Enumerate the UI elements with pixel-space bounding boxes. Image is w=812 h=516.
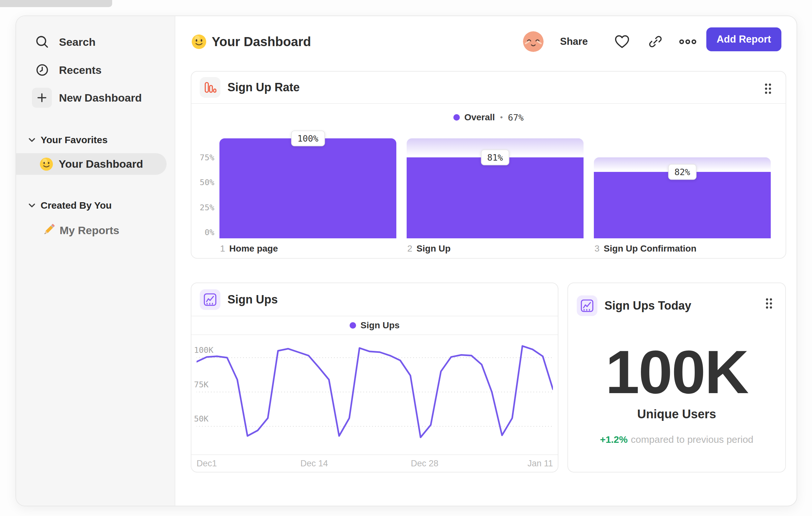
screen: Search Recents New Dashboard Your Favori… xyxy=(0,0,812,516)
funnel-chart: 75%50%25%0%100%1Home page81%2Sign Up82%3… xyxy=(220,138,771,238)
funnel-chart-icon xyxy=(200,77,221,98)
sidebar-item-label: Your Dashboard xyxy=(59,158,143,170)
kpi-label: Unique Users xyxy=(568,407,785,421)
line-chart-icon xyxy=(577,295,598,316)
sidebar-section-your-favorites[interactable]: Your Favorites xyxy=(16,130,175,150)
funnel-bar: 100%1Home page xyxy=(220,138,396,238)
app-window: Search Recents New Dashboard Your Favori… xyxy=(16,16,797,506)
line-chart: 100K75K50K xyxy=(197,335,553,454)
more-options-icon[interactable] xyxy=(679,29,696,54)
search-icon xyxy=(34,34,50,50)
x-axis-tick: Dec1 xyxy=(197,459,217,469)
y-axis-tick: 50K xyxy=(194,414,208,424)
legend-separator: • xyxy=(499,113,503,122)
sidebar-item-label: My Reports xyxy=(60,224,119,237)
conversion-badge: 100% xyxy=(291,131,325,146)
sidebar-item-label: New Dashboard xyxy=(59,91,142,104)
sidebar: Search Recents New Dashboard Your Favori… xyxy=(16,16,175,506)
y-axis-tick: 25% xyxy=(190,203,214,212)
x-axis-tick: Dec 28 xyxy=(411,459,439,469)
sidebar-section-created-by-you[interactable]: Created By You xyxy=(16,195,175,216)
funnel-step-label: 3Sign Up Confirmation xyxy=(594,243,696,254)
y-axis-tick: 75% xyxy=(190,153,214,162)
card-title: Sign Up Rate xyxy=(228,81,300,94)
x-axis-tick: Jan 11 xyxy=(527,459,553,469)
y-axis-tick: 0% xyxy=(190,228,214,237)
chevron-down-icon xyxy=(28,203,35,208)
legend-series-name: Overall xyxy=(464,112,495,123)
legend-series-name: Sign Ups xyxy=(360,320,400,331)
y-axis-tick: 75K xyxy=(194,380,208,389)
share-label: Share xyxy=(560,36,588,47)
funnel-bar-fill xyxy=(407,157,584,238)
section-header-label: Your Favorites xyxy=(40,134,108,145)
funnel-step-label: 2Sign Up xyxy=(407,243,451,254)
chevron-down-icon xyxy=(28,138,35,142)
funnel-bar: 81%2Sign Up xyxy=(407,138,584,238)
kpi-delta-note: compared to previous period xyxy=(631,434,753,445)
favorite-heart-icon[interactable] xyxy=(614,29,630,54)
legend-dot xyxy=(453,114,460,120)
sign-ups-today-card: Sign Ups Today 100K Unique Users +1.2%co… xyxy=(568,282,786,472)
page-title: Your Dashboard xyxy=(191,29,311,54)
y-axis-tick: 50% xyxy=(190,178,214,187)
sidebar-item-label: Recents xyxy=(59,64,102,76)
sidebar-item-search[interactable]: Search xyxy=(16,32,175,52)
card-header: Sign Up Rate xyxy=(192,72,786,104)
funnel-bar-fill xyxy=(594,172,771,238)
sidebar-item-label: Search xyxy=(59,36,95,48)
y-axis-tick: 100K xyxy=(194,345,213,355)
sign-ups-card: Sign Ups Sign Ups 100K75K50K Dec1Dec 14D… xyxy=(191,282,558,472)
line-legend[interactable]: Sign Ups xyxy=(192,316,558,335)
kpi-delta: +1.2%compared to previous period xyxy=(568,434,785,445)
funnel-bar-fill xyxy=(220,138,396,238)
funnel-bar: 82%3Sign Up Confirmation xyxy=(594,138,771,238)
background-window-artifact xyxy=(0,0,112,7)
pencil-emoji xyxy=(41,223,55,237)
funnel-step-label: 1Home page xyxy=(220,243,278,254)
card-header: Sign Ups xyxy=(192,283,558,316)
share-button[interactable]: Share xyxy=(560,29,588,54)
kpi-value: 100K xyxy=(568,341,785,403)
x-axis-labels: Dec1Dec 14Dec 28Jan 11 xyxy=(192,454,558,472)
sidebar-item-my-reports[interactable]: My Reports xyxy=(16,220,175,241)
card-title: Sign Ups Today xyxy=(605,299,691,313)
avatar[interactable] xyxy=(523,31,544,52)
drag-handle-icon[interactable] xyxy=(765,298,772,309)
conversion-badge: 81% xyxy=(481,149,510,165)
plus-icon xyxy=(32,88,52,108)
kpi-delta-value: +1.2% xyxy=(600,434,628,445)
funnel-legend[interactable]: Overall • 67% xyxy=(192,104,786,131)
sign-up-rate-card: Sign Up Rate Overall • 67% 75%50%25%0%10… xyxy=(191,71,786,259)
legend-dot xyxy=(350,322,356,329)
sidebar-item-your-dashboard[interactable]: Your Dashboard xyxy=(16,153,167,175)
conversion-badge: 82% xyxy=(668,164,697,180)
card-header: Sign Ups Today xyxy=(568,283,785,328)
smiley-emoji xyxy=(191,34,207,50)
sidebar-item-recents[interactable]: Recents xyxy=(16,60,175,80)
card-title: Sign Ups xyxy=(228,293,278,306)
line-chart-icon xyxy=(200,289,221,310)
page-header: Your Dashboard Share Add Report xyxy=(175,29,796,54)
copy-link-icon[interactable] xyxy=(648,29,663,54)
x-axis-tick: Dec 14 xyxy=(300,459,328,469)
page-title-text: Your Dashboard xyxy=(212,34,311,49)
sidebar-item-new-dashboard[interactable]: New Dashboard xyxy=(16,88,175,108)
add-report-button[interactable]: Add Report xyxy=(706,27,781,51)
main-content: Your Dashboard Share Add Report xyxy=(175,16,796,506)
add-report-label: Add Report xyxy=(717,33,771,45)
smiley-emoji xyxy=(39,157,54,171)
clock-icon xyxy=(34,62,50,78)
section-header-label: Created By You xyxy=(40,200,112,211)
drag-handle-icon[interactable] xyxy=(765,83,772,94)
legend-overall-value: 67% xyxy=(508,113,524,123)
